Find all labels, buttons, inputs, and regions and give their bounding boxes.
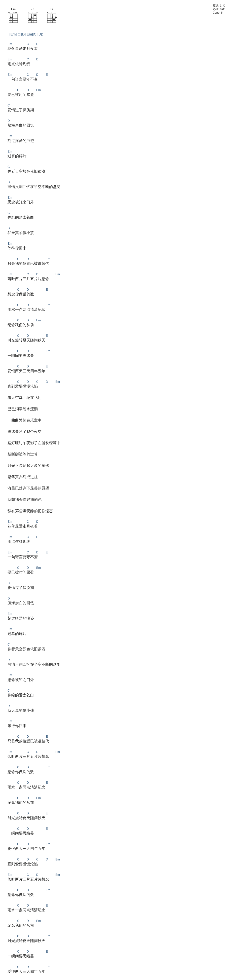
- lyric-line: CDCDEm直到爱要慢慢沦陷: [8, 380, 232, 389]
- chord-symbol: C: [17, 934, 23, 938]
- lyric-text: 过算的碎片: [8, 154, 232, 159]
- chord-symbol: Em: [36, 88, 42, 92]
- chord-symbol: C: [17, 735, 23, 738]
- chord-symbol: D: [8, 704, 14, 708]
- chord-symbol: [17, 535, 23, 539]
- chord-symbol: Em: [46, 950, 52, 953]
- lyric-text: 一瞬间要思绪蔓: [8, 353, 232, 358]
- lyric-line: 一曲曲繁续在乐章中: [8, 418, 232, 423]
- chord-symbol: D: [8, 180, 14, 184]
- lyric-line: Em刻过疼爱的痕迹: [8, 612, 232, 621]
- lyric-text: 我天真的像小孩: [8, 231, 232, 235]
- chord-symbol: [8, 965, 14, 969]
- chord-symbol: Em: [36, 318, 42, 322]
- chord-row: Em: [8, 150, 232, 153]
- chord-symbol: [36, 735, 42, 738]
- lyric-line: CDEm雨水一点两点清清纪念: [8, 781, 232, 790]
- chord-row: Em: [8, 242, 232, 245]
- chord-symbol: Em: [8, 272, 14, 276]
- chord-symbol: C: [17, 365, 23, 368]
- chord-symbol: [17, 57, 23, 61]
- lyric-text: 纪念我们的从前: [8, 800, 232, 805]
- chord-symbol: Em: [8, 550, 14, 554]
- lyric-text: 我天真的像小孩: [8, 708, 232, 713]
- chord-symbol: [17, 550, 23, 554]
- chord-symbol: D: [36, 272, 42, 276]
- chord-row: Em: [8, 612, 232, 616]
- intro-line: |:[Em][C][D][Em][C][D]:: [8, 32, 232, 36]
- chord-symbol: Em: [46, 303, 52, 307]
- chord-symbol: D: [27, 842, 33, 846]
- chord-symbol: D: [36, 550, 42, 554]
- chord-fretboard: [46, 11, 57, 25]
- lyric-line: CDEm时光旋转夏天随间秋天: [8, 334, 232, 343]
- chord-symbol: [8, 303, 14, 307]
- lyric-text: 月光下勾勒起太多的离殇: [8, 463, 232, 468]
- chord-row: Em: [8, 134, 232, 138]
- chord-symbol: C: [27, 42, 33, 46]
- chord-diagram-name: D: [51, 8, 53, 11]
- chord-row: EmCD: [8, 520, 232, 523]
- svg-point-55: [53, 19, 55, 20]
- svg-point-16: [10, 17, 11, 18]
- chord-symbol: [17, 873, 23, 877]
- chord-symbol: [17, 42, 23, 46]
- lyric-text: 流星已过许下最美的愿望: [8, 486, 232, 491]
- chord-symbol: Em: [46, 965, 52, 969]
- lyric-line: EmCDEm落叶两片三片五片片想念: [8, 750, 232, 759]
- chord-symbol: [8, 765, 14, 769]
- chord-symbol: C: [27, 57, 33, 61]
- chord-symbol: D: [27, 858, 33, 861]
- lyric-line: CDEm想念你做岳的数: [8, 765, 232, 775]
- chord-symbol: [36, 303, 42, 307]
- lyric-line: CDEm想念你做岳的数: [8, 888, 232, 897]
- lyric-text: 可情只剩回忆在半空不断的盘旋: [8, 662, 232, 667]
- chord-symbol: D: [27, 934, 33, 938]
- chord-symbol: C: [17, 796, 23, 800]
- lyric-line: CDEm雨水一点两点清清纪念: [8, 303, 232, 312]
- lyric-text: 纪念我们的从前: [8, 923, 232, 928]
- chord-symbol: C: [27, 535, 33, 539]
- chord-symbol: C: [17, 781, 23, 784]
- lyric-line: CDEm只是我的位置已被谁替代: [8, 735, 232, 744]
- chord-symbol: D: [27, 904, 33, 907]
- lyric-line: D可情只剩回忆在半空不断的盘旋: [8, 658, 232, 667]
- chord-symbol: D: [36, 535, 42, 539]
- lyric-line: CDEm雨水一点两点清清纪念: [8, 904, 232, 913]
- lyric-text: 只是我的位置已被谁替代: [8, 739, 232, 744]
- chord-row: CDEm: [8, 796, 232, 800]
- chord-symbol: Em: [46, 781, 52, 784]
- chord-symbol: [36, 965, 42, 969]
- lyric-text: 时光旋转夏天随间秋天: [8, 939, 232, 943]
- lyric-text: 爱恨两天三天四年五年: [8, 969, 232, 974]
- chord-symbol: Em: [8, 150, 14, 153]
- lyric-text: 我想我会唱好我的色: [8, 497, 232, 502]
- chord-symbol: D: [27, 380, 33, 383]
- chord-row: C: [8, 211, 232, 215]
- tuning-info-box: 原调: 1=C 选调: 1=G Capo=5: [211, 3, 227, 15]
- chord-symbol: [36, 349, 42, 353]
- lyric-text: 可情只剩回忆在半空不断的盘旋: [8, 185, 232, 189]
- chord-symbol: Em: [46, 334, 52, 337]
- chord-symbol: Em: [46, 349, 52, 353]
- svg-point-13: [14, 12, 14, 13]
- lyric-line: CDEm爱恨两天三天四年五年: [8, 842, 232, 851]
- lyric-text: 静在落雪里安静的把你遗忘: [8, 509, 232, 514]
- chord-symbol: Em: [56, 272, 61, 276]
- chord-symbol: [17, 272, 23, 276]
- chord-sheet-page: 原调: 1=C 选调: 1=G Capo=5 EmCD |:[Em][C][D]…: [0, 0, 232, 980]
- chord-symbol: Em: [36, 796, 42, 800]
- chord-diagrams: EmCD: [8, 8, 232, 25]
- chord-row: CDEm: [8, 257, 232, 261]
- chord-grid-icon: [27, 11, 38, 25]
- lyric-text: 落叶两片三片五片片想念: [8, 277, 232, 282]
- chord-symbol: [46, 272, 52, 276]
- lyric-text: 时光旋转夏天随间秋天: [8, 816, 232, 821]
- chord-symbol: C: [17, 811, 23, 815]
- chord-row: C: [8, 689, 232, 692]
- lyric-line: CDEm爱恨两天三天四年五年: [8, 365, 232, 374]
- chord-row: Em: [8, 627, 232, 631]
- chord-row: Em: [8, 196, 232, 199]
- lyric-line: EmCD雨点依稀现线: [8, 57, 232, 67]
- chord-symbol: D: [27, 919, 33, 923]
